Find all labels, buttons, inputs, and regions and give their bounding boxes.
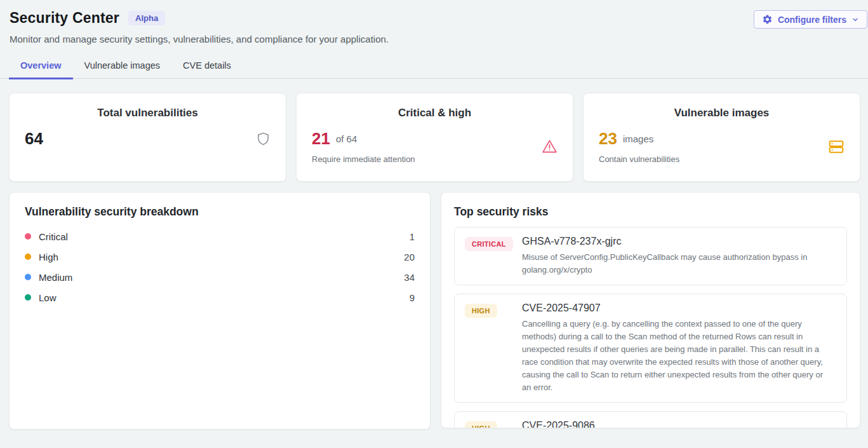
critical-high-card: Critical & high 21 of 64 Require immedia… (296, 93, 573, 182)
risk-description: Misuse of ServerConfig.PublicKeyCallback… (522, 251, 833, 276)
critical-dot-icon (25, 233, 31, 240)
severity-badge: HIGH (465, 304, 497, 318)
configure-filters-button[interactable]: Configure filters (754, 10, 867, 29)
tab-vulnerable-images[interactable]: Vulnerable images (73, 55, 172, 79)
tab-bar: Overview Vulnerable images CVE details (0, 55, 868, 79)
page-title: Security Center (10, 10, 119, 27)
top-security-risks-panel: Top security risks CRITICAL GHSA-v778-23… (441, 192, 860, 428)
alpha-badge: Alpha (128, 11, 165, 26)
stat-card-title: Critical & high (312, 107, 558, 119)
vulnerability-breakdown-panel: Vulnerability security breakdown Critica… (9, 192, 431, 430)
risk-id: CVE-2025-9086 (522, 420, 836, 428)
total-vulnerabilities-value: 64 (25, 129, 43, 149)
gear-icon (762, 14, 773, 25)
risk-id: CVE-2025-47907 (522, 302, 836, 314)
images-stack-icon (828, 139, 845, 155)
stat-card-title: Vulnerable images (599, 107, 845, 119)
vulnerable-images-subtitle: Contain vulnerabilities (599, 154, 828, 164)
risk-card-ghsa-v778-237x-gjrc[interactable]: CRITICAL GHSA-v778-237x-gjrc Misuse of S… (454, 227, 847, 285)
configure-filters-label: Configure filters (778, 15, 846, 25)
breakdown-row-critical: Critical 1 (25, 226, 415, 247)
warning-icon (542, 139, 558, 154)
tab-overview[interactable]: Overview (9, 55, 73, 79)
breakdown-title: Vulnerability security breakdown (25, 205, 415, 219)
medium-dot-icon (25, 274, 31, 280)
stat-cards-row: Total vulnerabilities 64 Critical & high… (9, 93, 860, 182)
breakdown-row-high: High 20 (25, 247, 415, 267)
high-dot-icon (25, 254, 31, 260)
severity-badge: HIGH (465, 421, 497, 428)
critical-high-subtitle: Require immediate attention (312, 154, 542, 164)
stat-card-title: Total vulnerabilities (25, 107, 270, 119)
critical-high-suffix: of 64 (336, 133, 357, 144)
panels-row: Vulnerability security breakdown Critica… (9, 192, 860, 430)
severity-badge: CRITICAL (465, 237, 513, 251)
shield-icon (256, 131, 270, 147)
risk-card-cve-2025-9086[interactable]: HIGH CVE-2025-9086 (454, 411, 847, 428)
security-center-page: Security Center Alpha Monitor and manage… (0, 0, 868, 448)
vulnerable-images-value: 23 (599, 129, 617, 149)
breakdown-row-medium: Medium 34 (25, 267, 415, 287)
vulnerable-images-suffix: images (623, 133, 653, 144)
critical-high-value: 21 (312, 129, 330, 149)
top-risks-title: Top security risks (454, 205, 847, 219)
total-vulnerabilities-card: Total vulnerabilities 64 (9, 93, 286, 182)
risk-description: Cancelling a query (e.g. by cancelling t… (522, 318, 833, 394)
page-subtitle: Monitor and manage security settings, vu… (10, 34, 860, 44)
risk-id: GHSA-v778-237x-gjrc (522, 236, 836, 247)
breakdown-row-low: Low 9 (25, 287, 415, 308)
risk-card-cve-2025-47907[interactable]: HIGH CVE-2025-47907 Cancelling a query (… (454, 294, 847, 403)
vulnerable-images-card: Vulnerable images 23 images Contain vuln… (583, 93, 860, 182)
tab-cve-details[interactable]: CVE details (171, 55, 243, 79)
page-header: Security Center Alpha Monitor and manage… (0, 0, 868, 44)
low-dot-icon (25, 294, 31, 301)
chevron-down-icon (851, 16, 859, 24)
